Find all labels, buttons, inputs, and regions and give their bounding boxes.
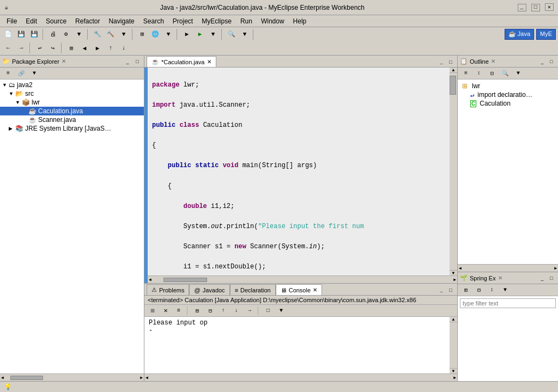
hscroll-right[interactable]: ▶ — [139, 375, 144, 380]
tree-item-src[interactable]: ▼ 📂 src — [0, 89, 144, 98]
nav3[interactable]: ▶ — [92, 42, 104, 53]
tab-console[interactable]: 🖥 Console ✕ — [276, 284, 322, 295]
console-tool6[interactable]: → — [244, 305, 256, 316]
spring-tool2[interactable]: ⊟ — [473, 285, 485, 296]
outline-import[interactable]: ↵ import declaratio… — [460, 90, 556, 99]
tool3[interactable]: 🔧 — [92, 29, 104, 40]
outline-hscroll[interactable]: ◀ ▶ — [458, 264, 558, 272]
tree-item-java2[interactable]: ▼ 🗂 java2 — [0, 81, 144, 89]
outline-menu-btn[interactable]: ▼ — [512, 68, 524, 79]
tool2[interactable]: ▼ — [73, 29, 85, 40]
outline-hide-btn[interactable]: ⊡ — [486, 68, 498, 79]
console-tool4[interactable]: ↑ — [217, 305, 229, 316]
console-hscroll-right[interactable]: ▶ — [452, 375, 457, 380]
vscroll-up-arrow[interactable]: ▲ — [450, 68, 457, 73]
maximize-button[interactable]: □ — [531, 4, 540, 11]
hscroll-left-editor[interactable]: ◀ — [148, 277, 153, 282]
spring-max-btn[interactable]: □ — [547, 274, 556, 283]
redo-button[interactable]: ↪ — [47, 42, 59, 53]
console-hscroll-track[interactable] — [149, 376, 452, 380]
nav5[interactable]: ↓ — [118, 42, 130, 53]
nav1[interactable]: ⊞ — [65, 42, 77, 53]
console-vscroll-track[interactable] — [450, 322, 457, 368]
java-perspective[interactable]: ☕ Java — [505, 29, 534, 40]
hscroll-track-editor[interactable] — [153, 278, 452, 282]
save-all-button[interactable]: 💾 — [28, 29, 40, 40]
view-menu-btn[interactable]: ▼ — [28, 68, 40, 79]
nav2[interactable]: ◀ — [78, 42, 90, 53]
bottom-min-btn[interactable]: _ — [437, 286, 446, 295]
tool1[interactable]: ⚙ — [60, 29, 72, 40]
console-tab-close[interactable]: ✕ — [313, 287, 317, 293]
editor-vscroll[interactable]: ▲ ▼ — [450, 68, 457, 275]
console-tool8[interactable]: ▼ — [275, 305, 287, 316]
tool5[interactable]: ▼ — [118, 29, 130, 40]
tree-item-jre[interactable]: ▶ 📚 JRE System Library [JavaS… — [0, 124, 144, 133]
panel-min-btn[interactable]: _ — [123, 57, 132, 66]
print-button[interactable]: 🖨 — [47, 29, 59, 40]
run-dropdown[interactable]: ▼ — [207, 29, 219, 40]
console-vscroll-up[interactable]: ▲ — [450, 317, 457, 322]
hscroll-right-editor[interactable]: ▶ — [452, 277, 457, 282]
spring-filter-input[interactable] — [460, 298, 556, 308]
spring-min-btn[interactable]: _ — [538, 274, 547, 283]
hscroll-thumb-editor[interactable] — [163, 278, 207, 282]
save-button[interactable]: 💾 — [15, 29, 27, 40]
menu-search[interactable]: Search — [139, 16, 168, 26]
tab-close-btn[interactable]: ✕ — [207, 59, 211, 65]
console-clear-btn[interactable]: ✕ — [160, 305, 172, 316]
menu-help[interactable]: Help — [289, 16, 311, 26]
menu-navigate[interactable]: Navigate — [104, 16, 138, 26]
menu-source[interactable]: Source — [41, 16, 71, 26]
undo-button[interactable]: ↩ — [34, 42, 46, 53]
collapse-all-btn[interactable]: ≡ — [2, 68, 14, 79]
menu-file[interactable]: File — [2, 16, 21, 26]
console-hscroll[interactable]: ◀ ▶ — [144, 373, 457, 381]
run-button[interactable]: ▶ — [194, 29, 206, 40]
console-tool3[interactable]: ⊟ — [204, 305, 216, 316]
tool6[interactable]: ⊞ — [136, 29, 148, 40]
panel-max-btn[interactable]: □ — [133, 57, 142, 66]
bottom-max-btn[interactable]: □ — [446, 286, 455, 295]
code-editor[interactable]: package lwr; import java.util.Scanner; p… — [144, 68, 457, 283]
tool10[interactable]: ▼ — [239, 29, 251, 40]
explorer-hscroll[interactable]: ◀ ▶ — [0, 373, 144, 381]
outline-caculation[interactable]: C Caculation — [460, 99, 556, 108]
vscroll-thumb[interactable] — [450, 76, 456, 95]
tree-item-caculation[interactable]: ☕ Caculation.java — [0, 107, 144, 115]
menu-refactor[interactable]: Refactor — [71, 16, 104, 26]
code-text[interactable]: package lwr; import java.util.Scanner; p… — [148, 68, 450, 275]
outline-filter-btn[interactable]: 🔍 — [499, 68, 511, 79]
console-hscroll-left[interactable]: ◀ — [144, 375, 149, 380]
console-output[interactable]: Please input op - — [144, 317, 450, 373]
console-tool1[interactable]: ≡ — [173, 305, 185, 316]
spring-tool4[interactable]: ▼ — [499, 285, 511, 296]
menu-myeclipse[interactable]: MyEclipse — [197, 16, 236, 26]
tree-item-scanner[interactable]: ☕ Scanner.java — [0, 115, 144, 124]
spring-tool3[interactable]: ↕ — [486, 285, 498, 296]
tab-javadoc[interactable]: @ Javadoc — [189, 284, 229, 295]
tool7[interactable]: 🌐 — [149, 29, 161, 40]
link-editor-btn[interactable]: 🔗 — [15, 68, 27, 79]
console-terminate-btn[interactable]: ■ — [147, 305, 159, 316]
outline-min-btn[interactable]: _ — [538, 57, 547, 66]
back-button[interactable]: ← — [2, 42, 14, 53]
console-tool5[interactable]: ↓ — [231, 305, 242, 316]
outline-collapse-btn[interactable]: ≡ — [460, 68, 472, 79]
console-tool7[interactable]: □ — [262, 305, 274, 316]
spring-tool1[interactable]: ⊞ — [460, 285, 472, 296]
new-button[interactable]: 📄 — [2, 29, 14, 40]
vscroll-down-arrow[interactable]: ▼ — [450, 270, 457, 275]
console-vscroll[interactable]: ▲ ▼ — [450, 317, 457, 373]
outline-lwr[interactable]: ⊞ lwr — [460, 82, 556, 90]
console-tool2[interactable]: ⊞ — [191, 305, 203, 316]
editor-tab-caculation[interactable]: ☕ *Caculation.java ✕ — [147, 56, 216, 67]
console-vscroll-down[interactable]: ▼ — [450, 368, 457, 373]
minimize-button[interactable]: _ — [518, 4, 526, 11]
editor-min-btn[interactable]: _ — [437, 58, 446, 67]
tab-problems[interactable]: ⚠ Problems — [147, 284, 189, 295]
tree-item-lwr[interactable]: ▼ 📦 lwr — [0, 98, 144, 107]
editor-hscroll[interactable]: ◀ ▶ — [148, 275, 457, 283]
menu-window[interactable]: Window — [257, 16, 289, 26]
myeclipse-perspective[interactable]: MyE — [536, 29, 556, 40]
